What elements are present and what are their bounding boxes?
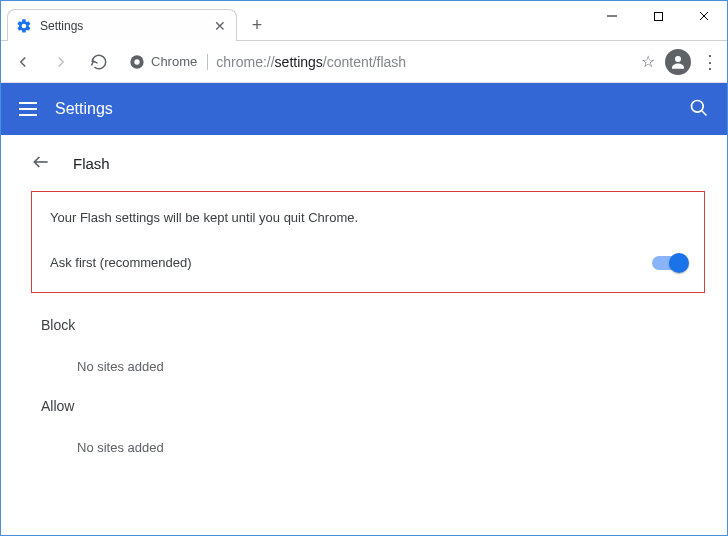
flash-settings-panel: Your Flash settings will be kept until y… [31,191,705,293]
svg-point-6 [675,56,681,62]
reload-button[interactable] [85,48,113,76]
flash-notice: Your Flash settings will be kept until y… [50,210,686,225]
toggle-knob [669,253,689,273]
allow-section: Allow No sites added [31,374,707,455]
page-subheader: Flash [21,135,707,191]
minimize-button[interactable] [589,1,635,31]
browser-tab[interactable]: Settings ✕ [7,9,237,41]
block-section: Block No sites added [31,293,707,374]
browser-toolbar: Chrome chrome://settings/content/flash ☆… [1,41,727,83]
ask-first-label: Ask first (recommended) [50,255,192,270]
profile-avatar[interactable] [665,49,691,75]
browser-menu-button[interactable]: ⋮ [701,51,719,73]
bookmark-star-icon[interactable]: ☆ [641,52,655,71]
omnibox-url: chrome://settings/content/flash [216,54,406,70]
settings-title: Settings [55,100,671,118]
maximize-button[interactable] [635,1,681,31]
menu-button[interactable] [19,102,37,116]
search-button[interactable] [689,98,709,121]
page-title: Flash [73,155,110,172]
back-button[interactable] [9,48,37,76]
svg-rect-1 [654,12,662,20]
block-title: Block [41,317,707,333]
window-titlebar: Settings ✕ + [1,1,727,41]
back-arrow-button[interactable] [31,152,51,175]
close-window-button[interactable] [681,1,727,31]
svg-line-8 [702,110,707,115]
svg-point-7 [692,100,704,112]
close-tab-button[interactable]: ✕ [212,18,228,34]
forward-button[interactable] [47,48,75,76]
ask-first-toggle[interactable] [652,256,686,270]
address-bar[interactable]: Chrome chrome://settings/content/flash [123,47,631,77]
settings-content: Flash Your Flash settings will be kept u… [1,135,727,535]
block-empty: No sites added [41,359,707,374]
allow-empty: No sites added [41,440,707,455]
chrome-icon [129,54,145,70]
ask-first-row: Ask first (recommended) [50,255,686,270]
tab-title: Settings [40,19,204,33]
new-tab-button[interactable]: + [247,15,267,35]
omnibox-chrome-chip: Chrome [129,54,208,70]
settings-header: Settings [1,83,727,135]
window-controls [589,1,727,31]
allow-title: Allow [41,398,707,414]
omnibox-chrome-label: Chrome [151,54,197,69]
gear-icon [16,18,32,34]
svg-point-5 [134,59,139,64]
